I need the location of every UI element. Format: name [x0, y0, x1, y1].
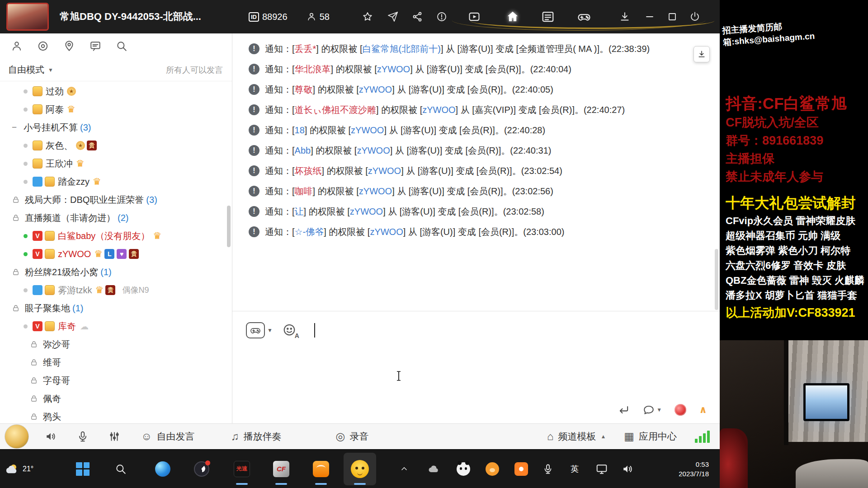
app-center-button[interactable]: ▦ 应用中心	[624, 430, 677, 443]
chat-mode-dropdown[interactable]: ▼	[643, 404, 662, 416]
power-close-button[interactable]	[689, 11, 700, 22]
user-row[interactable]: 踏金zzy♛	[0, 173, 232, 191]
user-row[interactable]: V白鲨baby（没有朋友）♛	[0, 227, 232, 245]
operator-user-link[interactable]: zYWOO	[359, 84, 392, 94]
mixer-icon[interactable]	[108, 431, 120, 442]
emote-picker-icon[interactable]	[246, 322, 265, 338]
games-icon[interactable]	[577, 10, 591, 23]
operator-user-link[interactable]: zYWOO	[377, 64, 410, 74]
taskbar-obs-icon[interactable]	[194, 461, 209, 477]
user-row[interactable]: 王欣冲♛	[0, 155, 232, 173]
channel-group[interactable]: 直播频道（非请勿进）(2)	[0, 209, 232, 227]
play-accompaniment-button[interactable]: ♫ 播放伴奏	[231, 430, 282, 443]
live-video-icon[interactable]	[468, 10, 481, 23]
home-icon[interactable]	[506, 10, 519, 23]
messages-icon[interactable]	[90, 40, 101, 52]
maximize-button[interactable]	[667, 11, 678, 22]
sub-channel[interactable]: 字母哥	[0, 371, 232, 389]
emoticon-icon[interactable]: A	[283, 323, 297, 338]
taskbar-search-button[interactable]	[115, 463, 127, 475]
collapse-icon[interactable]: −	[12, 122, 19, 132]
tray-orange-app-icon[interactable]	[514, 462, 528, 476]
contacts-icon[interactable]	[11, 40, 23, 52]
my-avatar[interactable]	[5, 424, 29, 449]
target-user-link[interactable]: 坏孩纸	[295, 166, 322, 176]
scroll-download-button[interactable]	[693, 46, 710, 62]
operator-user-link[interactable]: zYWOO	[368, 166, 401, 176]
record-button[interactable]: ◎ 录音	[336, 430, 369, 443]
channel-template-button[interactable]: ⌂ 频道模板 ▲	[547, 430, 606, 443]
target-user-link[interactable]: 咖啡	[295, 186, 313, 196]
user-row[interactable]: VzYWOO♛L♥贵	[0, 245, 232, 263]
microphone-icon[interactable]	[77, 431, 89, 442]
tray-panda-icon[interactable]	[457, 462, 470, 476]
target-user-link[interactable]: 尊敬	[295, 84, 313, 94]
tray-monitor-icon[interactable]	[596, 463, 608, 475]
taskbar-cf-game-icon[interactable]: CF	[273, 461, 289, 477]
send-enter-icon[interactable]	[618, 404, 630, 416]
target-user-link[interactable]: 道长ぃ佛祖不渡沙雕	[295, 105, 376, 115]
taskbar-clock[interactable]: 0:53 2023/7/18	[679, 460, 709, 479]
location-icon[interactable]	[63, 40, 75, 52]
user-row[interactable]: 阿泰♛	[0, 100, 232, 118]
tray-volume-icon[interactable]	[622, 463, 634, 475]
content-row: 自由模式 ▼ 所有人可以发言 过劲★阿泰♛−小号挂机不算(3)灰色、★贵王欣冲♛…	[0, 33, 720, 423]
sub-channel[interactable]: 维哥	[0, 353, 232, 371]
message-input[interactable]: ▼ A ▼ ∧	[232, 311, 720, 423]
browser-logo-icon	[155, 461, 170, 477]
rose-gift-icon[interactable]	[675, 404, 686, 416]
operator-user-link[interactable]: zYWOO	[351, 125, 384, 135]
paper-plane-icon[interactable]	[387, 11, 398, 22]
operator-user-link[interactable]: 白鲨常旭(北部前十)	[363, 44, 441, 54]
channel-list-icon[interactable]	[541, 10, 555, 23]
share-icon[interactable]	[412, 11, 423, 22]
favorite-star-icon[interactable]	[362, 11, 373, 22]
tray-cloud-icon[interactable]	[428, 463, 439, 475]
taskbar-gs-app-icon[interactable]: 光速	[234, 461, 250, 477]
taskbar-weather-widget[interactable]: 21°	[5, 462, 33, 476]
tray-mic-icon[interactable]	[542, 464, 553, 474]
target-user-link[interactable]: 18	[295, 125, 305, 135]
emote-dropdown-arrow[interactable]: ▼	[267, 327, 273, 333]
sidebar-scrollbar[interactable]	[227, 206, 231, 247]
channel-group[interactable]: −小号挂机不算(3)	[0, 118, 232, 136]
target-user-link[interactable]: 华北浪革	[295, 64, 331, 74]
taskbar-browser-icon[interactable]	[155, 461, 170, 477]
user-row[interactable]: 雾游tzkk♛贵偶像N9	[0, 281, 232, 299]
channel-avatar[interactable]	[6, 3, 49, 31]
speaker-icon[interactable]	[45, 431, 57, 442]
target-user-link[interactable]: 让	[295, 206, 304, 216]
user-row[interactable]: 过劲★	[0, 82, 232, 100]
collapse-chevron-icon[interactable]: ∧	[699, 404, 707, 416]
download-icon[interactable]	[619, 11, 631, 23]
target-user-link[interactable]: ☆-佛爷	[295, 227, 324, 237]
taskbar-yy-active-icon[interactable]	[344, 453, 376, 485]
operator-user-link[interactable]: zYWOO	[370, 227, 403, 237]
operator-user-link[interactable]: zYWOO	[357, 145, 390, 155]
minimize-button[interactable]	[644, 11, 655, 22]
sub-channel[interactable]: 佩奇	[0, 389, 232, 408]
operator-user-link[interactable]: zYWOO	[359, 186, 392, 196]
report-icon[interactable]	[436, 11, 447, 22]
mic-mode-dropdown[interactable]: 自由模式 ▼	[8, 64, 53, 76]
target-user-link[interactable]: Abb	[295, 145, 311, 155]
target-user-link[interactable]: 丢丢*	[295, 44, 316, 54]
discover-icon[interactable]	[37, 40, 49, 52]
tray-bear-icon[interactable]	[486, 462, 499, 476]
operator-user-link[interactable]: zYWOO	[350, 206, 383, 216]
channel-group[interactable]: 粉丝牌21级给小窝(1)	[0, 263, 232, 281]
taskbar-tray-expand[interactable]	[400, 465, 409, 474]
free-speak-button[interactable]: ☺ 自由发言	[141, 430, 195, 443]
sub-channel[interactable]: 弥沙哥	[0, 335, 232, 353]
search-icon[interactable]	[116, 40, 127, 52]
channel-group[interactable]: 残局大师：DBQ职业生涯荣誉(3)	[0, 191, 232, 209]
taskbar-start-button[interactable]	[76, 462, 90, 476]
user-row[interactable]: V库奇☁	[0, 317, 232, 335]
channel-group[interactable]: 眼子聚集地(1)	[0, 299, 232, 317]
user-row[interactable]: 灰色、★贵	[0, 136, 232, 155]
ime-indicator[interactable]: 英	[571, 464, 579, 474]
taskbar-wegame-icon[interactable]	[313, 461, 329, 477]
operator-user-link[interactable]: zYWOO	[422, 105, 455, 115]
chat-scrollbar[interactable]	[715, 249, 718, 310]
sub-channel[interactable]: 鸦头	[0, 408, 232, 423]
